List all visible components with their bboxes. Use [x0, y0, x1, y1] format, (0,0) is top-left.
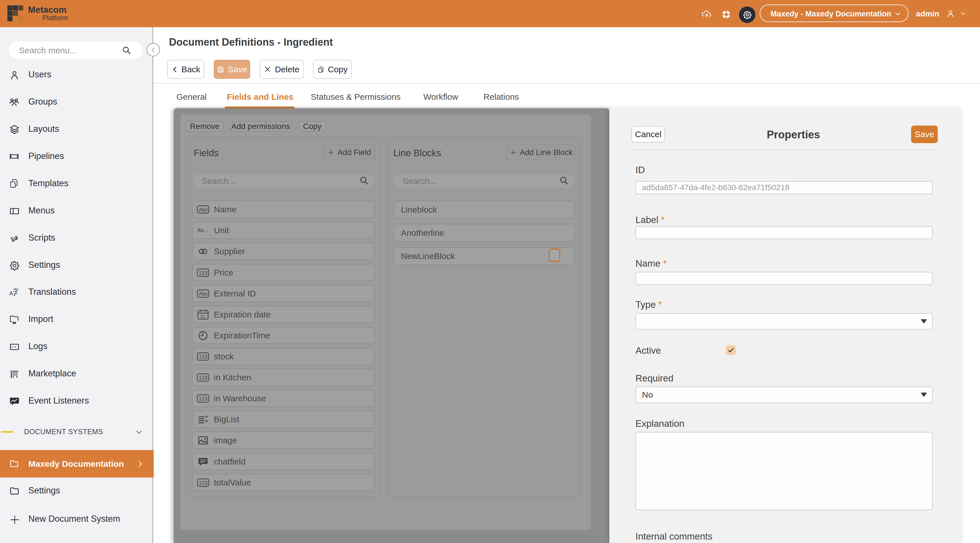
- svg-text:123: 123: [199, 480, 208, 486]
- svg-text:123: 123: [199, 375, 208, 381]
- svg-text:Abc: Abc: [199, 206, 208, 213]
- svg-text:123: 123: [199, 354, 208, 360]
- svg-text:Abc: Abc: [199, 291, 208, 297]
- svg-text:...: ...: [204, 227, 208, 233]
- svg-text:Ab: Ab: [197, 227, 204, 233]
- svg-text:123: 123: [199, 395, 208, 402]
- svg-text:A: A: [10, 290, 13, 297]
- svg-text:123: 123: [199, 270, 208, 276]
- svg-text:21: 21: [200, 314, 205, 319]
- svg-text:字: 字: [13, 287, 19, 294]
